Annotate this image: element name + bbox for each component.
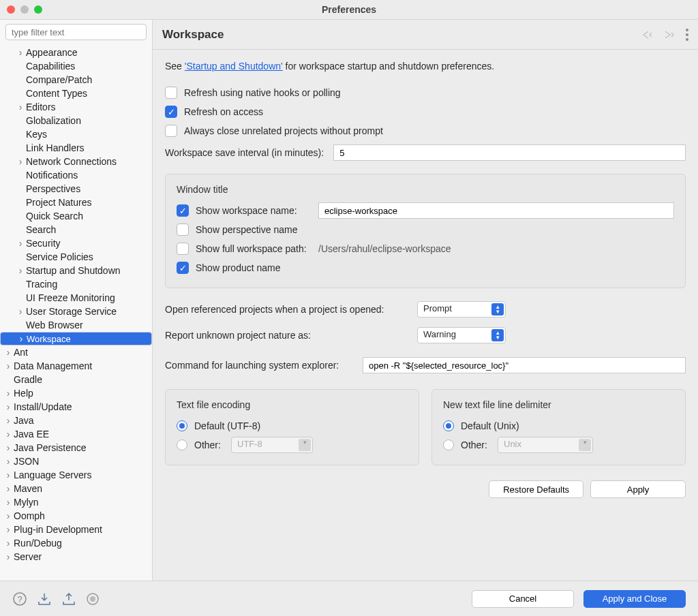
startup-shutdown-link[interactable]: 'Startup and Shutdown'	[185, 61, 283, 72]
help-icon[interactable]: ?	[12, 591, 27, 606]
tree-node-label: Network Connections	[26, 156, 117, 167]
import-icon[interactable]	[37, 591, 52, 606]
expand-arrow-icon[interactable]: ›	[3, 512, 14, 519]
delimiter-other-radio[interactable]	[443, 440, 454, 450]
tree-node[interactable]: ›Startup and Shutdown	[0, 264, 152, 277]
expand-arrow-icon[interactable]: ›	[3, 553, 14, 560]
tree-node[interactable]: ›Security	[0, 236, 152, 250]
tree-node[interactable]: ›JSON	[0, 455, 152, 468]
tree-node[interactable]: ›Tracing	[0, 277, 152, 291]
tree-node[interactable]: ›Editors	[0, 100, 152, 114]
expand-arrow-icon[interactable]: ›	[3, 390, 14, 397]
show-full-path-checkbox[interactable]	[177, 243, 189, 255]
tree-node-label: Maven	[14, 483, 42, 494]
tree-node[interactable]: ›Project Natures	[0, 196, 152, 209]
expand-arrow-icon[interactable]: ›	[15, 308, 26, 315]
tree-node[interactable]: ›Network Connections	[0, 155, 152, 168]
tree-node[interactable]: ›Oomph	[0, 509, 152, 523]
show-perspective-checkbox[interactable]	[177, 224, 189, 236]
expand-arrow-icon[interactable]: ›	[16, 335, 27, 342]
encoding-other-radio[interactable]	[177, 440, 187, 450]
close-unrelated-checkbox[interactable]	[165, 125, 177, 137]
expand-arrow-icon[interactable]: ›	[3, 485, 14, 492]
tree-node-label: Language Servers	[14, 469, 91, 480]
expand-arrow-icon[interactable]: ›	[3, 472, 14, 478]
tree-node[interactable]: ›Mylyn	[0, 495, 152, 509]
save-interval-input[interactable]	[333, 144, 686, 161]
delimiter-default-radio[interactable]	[443, 420, 454, 431]
forward-icon[interactable]	[664, 30, 679, 40]
ws-name-input[interactable]	[318, 202, 674, 219]
unknown-nature-select[interactable]: Warning▴▾	[417, 327, 506, 343]
explorer-cmd-input[interactable]	[363, 357, 686, 373]
expand-arrow-icon: ›	[15, 322, 26, 328]
tree-node[interactable]: ›Gradle	[0, 373, 152, 386]
delimiter-other-label: Other:	[461, 440, 498, 450]
tree-node[interactable]: ›User Storage Service	[0, 305, 152, 318]
tree-node[interactable]: ›Java EE	[0, 427, 152, 441]
expand-arrow-icon[interactable]: ›	[3, 403, 14, 410]
encoding-default-radio[interactable]	[177, 420, 187, 431]
show-ws-name-checkbox[interactable]	[177, 204, 189, 217]
expand-arrow-icon: ›	[15, 226, 26, 233]
expand-arrow-icon[interactable]: ›	[3, 540, 14, 546]
tree-node[interactable]: ›Appearance	[0, 46, 152, 59]
preferences-tree[interactable]: ›Appearance›Capabilities›Compare/Patch›C…	[0, 44, 152, 581]
expand-arrow-icon[interactable]: ›	[3, 444, 14, 451]
tree-node[interactable]: ›Plug-in Development	[0, 523, 152, 536]
expand-arrow-icon[interactable]: ›	[15, 240, 26, 247]
filter-input[interactable]	[5, 24, 147, 40]
tree-node[interactable]: ›Server	[0, 550, 152, 564]
apply-and-close-button[interactable]: Apply and Close	[583, 590, 686, 608]
expand-arrow-icon[interactable]: ›	[3, 363, 14, 369]
tree-node[interactable]: ›Java Persistence	[0, 441, 152, 455]
tree-node[interactable]: ›Web Browser	[0, 318, 152, 332]
tree-node[interactable]: ›Perspectives	[0, 182, 152, 196]
tree-node[interactable]: ›Capabilities	[0, 59, 152, 73]
tree-node[interactable]: ›Search	[0, 223, 152, 236]
tree-node[interactable]: ›Run/Debug	[0, 536, 152, 550]
back-icon[interactable]	[642, 30, 657, 40]
tree-node[interactable]: ›Data Management	[0, 359, 152, 373]
tree-node[interactable]: ›Maven	[0, 482, 152, 495]
expand-arrow-icon: ›	[15, 63, 26, 70]
expand-arrow-icon[interactable]: ›	[15, 158, 26, 165]
tree-node[interactable]: ›Java	[0, 414, 152, 427]
refresh-native-label: Refresh using native hooks or polling	[184, 87, 341, 98]
tree-node[interactable]: ›Ant	[0, 345, 152, 359]
oomph-icon[interactable]	[86, 592, 100, 606]
apply-button[interactable]: Apply	[590, 480, 686, 498]
refresh-access-checkbox[interactable]	[165, 106, 177, 118]
expand-arrow-icon[interactable]: ›	[15, 104, 26, 110]
expand-arrow-icon[interactable]: ›	[3, 526, 14, 533]
expand-arrow-icon[interactable]: ›	[3, 458, 14, 465]
expand-arrow-icon[interactable]: ›	[3, 417, 14, 424]
tree-node[interactable]: ›UI Freeze Monitoring	[0, 291, 152, 305]
show-product-checkbox[interactable]	[177, 262, 189, 274]
restore-defaults-button[interactable]: Restore Defaults	[489, 480, 583, 498]
tree-node-label: Perspectives	[26, 183, 80, 194]
tree-node[interactable]: ›Service Policies	[0, 250, 152, 264]
expand-arrow-icon[interactable]: ›	[15, 49, 26, 56]
expand-arrow-icon[interactable]: ›	[15, 267, 26, 274]
tree-node[interactable]: ›Keys	[0, 127, 152, 141]
tree-node[interactable]: ›Link Handlers	[0, 141, 152, 155]
export-icon[interactable]	[61, 591, 76, 606]
tree-node[interactable]: ›Notifications	[0, 168, 152, 182]
tree-node[interactable]: ›Language Servers	[0, 468, 152, 482]
tree-node[interactable]: ›Content Types	[0, 87, 152, 100]
cancel-button[interactable]: Cancel	[472, 590, 574, 608]
expand-arrow-icon[interactable]: ›	[3, 499, 14, 506]
expand-arrow-icon[interactable]: ›	[3, 431, 14, 437]
tree-node[interactable]: ›Compare/Patch	[0, 73, 152, 87]
tree-node[interactable]: ›Quick Search	[0, 209, 152, 223]
tree-node[interactable]: ›Globalization	[0, 114, 152, 127]
tree-node[interactable]: ›Install/Update	[0, 400, 152, 414]
open-referenced-select[interactable]: Prompt▴▾	[417, 301, 506, 318]
tree-node[interactable]: ›Help	[0, 386, 152, 400]
expand-arrow-icon[interactable]: ›	[3, 349, 14, 356]
view-menu-icon[interactable]	[686, 29, 688, 41]
tree-node[interactable]: ›Workspace	[0, 332, 152, 345]
tree-node-label: UI Freeze Monitoring	[26, 292, 115, 303]
refresh-native-checkbox[interactable]	[165, 87, 177, 99]
